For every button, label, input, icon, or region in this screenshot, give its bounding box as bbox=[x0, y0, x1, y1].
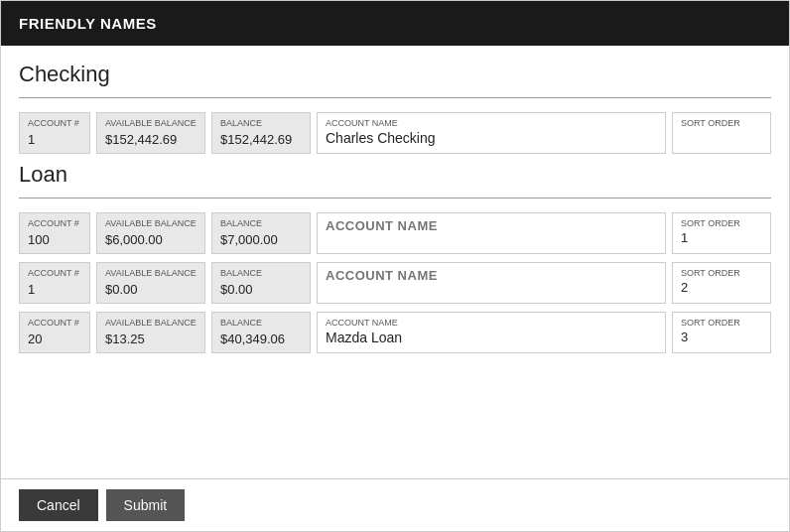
loan1-balance-label: BALANCE bbox=[220, 218, 302, 228]
checking-sort-order-box[interactable]: SORT ORDER bbox=[672, 112, 771, 154]
footer: Cancel Submit bbox=[1, 478, 789, 531]
loan-account-row-3: ACCOUNT # 20 AVAILABLE BALANCE $13.25 BA… bbox=[19, 312, 771, 353]
checking-account-name-label: ACCOUNT NAME bbox=[326, 118, 657, 128]
checking-avail-balance-label: AVAILABLE BALANCE bbox=[105, 118, 197, 128]
loan2-account-num-box: ACCOUNT # 1 bbox=[19, 262, 90, 304]
loan1-sort-order-input[interactable] bbox=[681, 230, 762, 245]
loan3-avail-balance-value: $13.25 bbox=[105, 332, 145, 346]
checking-balance-box: BALANCE $152,442.69 bbox=[211, 112, 311, 154]
loan-title: Loan bbox=[19, 162, 771, 188]
loan3-sort-order-input[interactable] bbox=[681, 330, 762, 344]
submit-button[interactable]: Submit bbox=[106, 489, 186, 521]
loan2-avail-balance-label: AVAILABLE BALANCE bbox=[105, 268, 197, 278]
loan3-avail-balance-label: AVAILABLE BALANCE bbox=[105, 318, 197, 328]
loan3-account-name-input[interactable] bbox=[326, 330, 657, 345]
loan1-account-num-box: ACCOUNT # 100 bbox=[19, 212, 90, 254]
checking-section: Checking ACCOUNT # 1 AVAILABLE BALANCE $… bbox=[19, 62, 771, 154]
loan1-sort-order-label: SORT ORDER bbox=[681, 218, 762, 228]
checking-account-num-value: 1 bbox=[28, 132, 35, 147]
loan3-account-name-label: ACCOUNT NAME bbox=[326, 318, 657, 328]
loan3-balance-label: BALANCE bbox=[220, 318, 302, 328]
checking-avail-balance-box: AVAILABLE BALANCE $152,442.69 bbox=[96, 112, 205, 154]
main-content: Checking ACCOUNT # 1 AVAILABLE BALANCE $… bbox=[1, 46, 789, 478]
checking-account-name-box[interactable]: ACCOUNT NAME bbox=[317, 112, 666, 154]
loan2-avail-balance-value: $0.00 bbox=[105, 282, 138, 297]
loan1-avail-balance-label: AVAILABLE BALANCE bbox=[105, 218, 197, 228]
loan-account-row-1: ACCOUNT # 100 AVAILABLE BALANCE $6,000.0… bbox=[19, 212, 771, 254]
loan2-account-num-label: ACCOUNT # bbox=[28, 268, 81, 278]
loan2-account-num-value: 1 bbox=[28, 282, 35, 297]
loan2-account-name-input[interactable] bbox=[326, 268, 657, 283]
checking-account-name-input[interactable] bbox=[326, 130, 657, 146]
loan3-account-num-value: 20 bbox=[28, 332, 42, 346]
loan1-avail-balance-box: AVAILABLE BALANCE $6,000.00 bbox=[96, 212, 205, 254]
loan2-sort-order-box[interactable]: SORT ORDER bbox=[672, 262, 771, 304]
checking-avail-balance-value: $152,442.69 bbox=[105, 132, 177, 147]
loan3-balance-value: $40,349.06 bbox=[220, 332, 285, 346]
loan2-sort-order-input[interactable] bbox=[681, 280, 762, 295]
loan1-balance-value: $7,000.00 bbox=[220, 232, 278, 247]
checking-balance-value: $152,442.69 bbox=[220, 132, 292, 147]
loan3-sort-order-box[interactable]: SORT ORDER bbox=[672, 312, 771, 353]
checking-balance-label: BALANCE bbox=[220, 118, 302, 128]
loan3-account-name-box[interactable]: ACCOUNT NAME bbox=[317, 312, 666, 353]
loan1-account-num-label: ACCOUNT # bbox=[28, 218, 81, 228]
loan3-avail-balance-box: AVAILABLE BALANCE $13.25 bbox=[96, 312, 205, 353]
checking-account-num-label: ACCOUNT # bbox=[28, 118, 81, 128]
loan-section: Loan ACCOUNT # 100 AVAILABLE BALANCE $6,… bbox=[19, 162, 771, 353]
loan2-balance-box: BALANCE $0.00 bbox=[211, 262, 311, 304]
loan2-balance-value: $0.00 bbox=[220, 282, 253, 297]
checking-title: Checking bbox=[19, 62, 771, 87]
loan1-avail-balance-value: $6,000.00 bbox=[105, 232, 163, 247]
loan1-sort-order-box[interactable]: SORT ORDER bbox=[672, 212, 771, 254]
loan1-balance-box: BALANCE $7,000.00 bbox=[211, 212, 311, 254]
loan3-account-num-box: ACCOUNT # 20 bbox=[19, 312, 90, 353]
checking-account-row: ACCOUNT # 1 AVAILABLE BALANCE $152,442.6… bbox=[19, 112, 771, 154]
checking-account-num-box: ACCOUNT # 1 bbox=[19, 112, 90, 154]
loan3-balance-box: BALANCE $40,349.06 bbox=[211, 312, 311, 353]
page-header: FRIENDLY NAMES bbox=[1, 1, 789, 46]
loan2-account-name-box[interactable] bbox=[317, 262, 666, 304]
checking-sort-order-input[interactable] bbox=[681, 130, 762, 145]
cancel-button[interactable]: Cancel bbox=[19, 489, 98, 521]
checking-sort-order-label: SORT ORDER bbox=[681, 118, 762, 128]
page-title: FRIENDLY NAMES bbox=[19, 15, 157, 32]
loan2-avail-balance-box: AVAILABLE BALANCE $0.00 bbox=[96, 262, 205, 304]
loan3-sort-order-label: SORT ORDER bbox=[681, 318, 762, 328]
loan-account-row-2: ACCOUNT # 1 AVAILABLE BALANCE $0.00 BALA… bbox=[19, 262, 771, 304]
loan1-account-num-value: 100 bbox=[28, 232, 50, 247]
loan1-account-name-box[interactable] bbox=[317, 212, 666, 254]
loan1-account-name-input[interactable] bbox=[326, 218, 657, 233]
loan3-account-num-label: ACCOUNT # bbox=[28, 318, 81, 328]
loan2-sort-order-label: SORT ORDER bbox=[681, 268, 762, 278]
loan2-balance-label: BALANCE bbox=[220, 268, 302, 278]
